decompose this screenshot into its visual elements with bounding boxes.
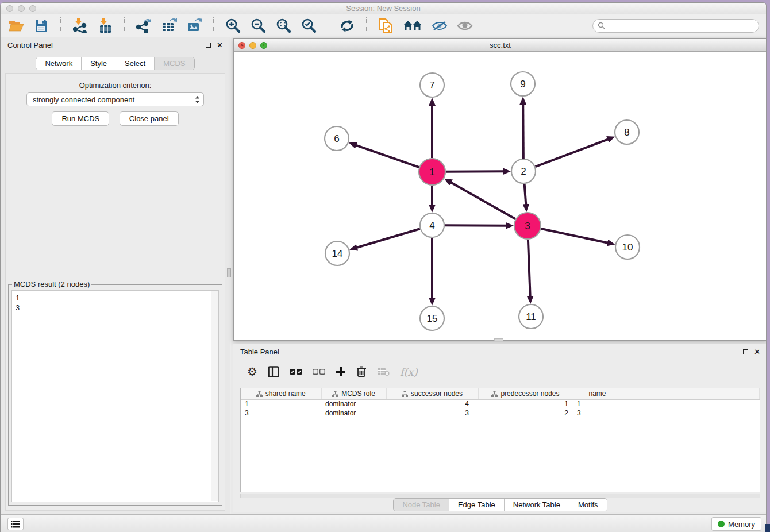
workspace: ✕ − + scc.txt 7968124314101511 bbox=[231, 37, 767, 514]
tab-motifs[interactable]: Motifs bbox=[569, 499, 607, 511]
hide-selected-icon[interactable] bbox=[431, 17, 448, 34]
mcds-panel: Optimization criterion: strongly connect… bbox=[5, 73, 225, 511]
network-graph: 7968124314101511 bbox=[234, 52, 767, 340]
zoom-out-icon[interactable] bbox=[249, 17, 267, 34]
export-network-icon[interactable] bbox=[135, 17, 152, 34]
network-canvas[interactable]: 7968124314101511 bbox=[234, 52, 767, 340]
graph-edge-4-14[interactable] bbox=[357, 229, 420, 248]
table-panel-title: Table Panel bbox=[240, 348, 279, 356]
import-network-icon[interactable] bbox=[71, 17, 88, 34]
graph-edge-2-3[interactable] bbox=[525, 184, 526, 205]
mcds-button-row: Run MCDS Close panel bbox=[6, 111, 225, 126]
network-window-titlebar[interactable]: ✕ − + scc.txt bbox=[234, 39, 767, 52]
search-icon bbox=[598, 22, 605, 29]
memory-button[interactable]: Memory bbox=[711, 517, 761, 531]
graph-node-label-4: 4 bbox=[429, 220, 434, 231]
graph-edge-1-2[interactable] bbox=[446, 171, 503, 172]
memory-label: Memory bbox=[728, 520, 755, 529]
hierarchy-icon bbox=[332, 391, 338, 397]
column-header-empty bbox=[622, 388, 760, 399]
network-window-title: scc.txt bbox=[234, 41, 767, 49]
close-table-panel-icon[interactable]: ✕ bbox=[754, 348, 760, 356]
list-icon bbox=[11, 521, 20, 528]
result-scrollbar[interactable] bbox=[211, 291, 218, 501]
split-panel-icon[interactable] bbox=[268, 366, 279, 377]
toolbar-separator bbox=[124, 17, 125, 34]
graph-edge-3-11[interactable] bbox=[528, 240, 530, 296]
toolbar-separator bbox=[60, 17, 61, 34]
deselect-all-icon[interactable] bbox=[313, 368, 325, 375]
optimization-criterion-label: Optimization criterion: bbox=[6, 81, 225, 90]
graph-edge-1-6[interactable] bbox=[356, 145, 419, 168]
column-header-mcds-role[interactable]: MCDS role bbox=[321, 388, 386, 399]
copy-network-icon[interactable] bbox=[377, 17, 394, 34]
control-panel-title: Control Panel bbox=[7, 41, 53, 49]
control-panel-header: Control Panel ✕ bbox=[1, 37, 230, 52]
node-table[interactable]: shared name MCDS role successor nodes pr… bbox=[240, 388, 760, 492]
mcds-result-text: 1 3 bbox=[16, 293, 20, 313]
delete-table-icon bbox=[377, 367, 390, 376]
tab-mcds[interactable]: MCDS bbox=[154, 57, 194, 70]
table-toolbar: ⚙ f(x) bbox=[240, 360, 760, 383]
column-header-predecessor-nodes[interactable]: predecessor nodes bbox=[478, 388, 573, 399]
task-history-button[interactable] bbox=[7, 518, 24, 530]
mcds-result-title: MCDS result (2 nodes) bbox=[12, 280, 91, 288]
control-panel-tabbar: Network Style Select MCDS bbox=[1, 57, 230, 70]
add-column-icon[interactable] bbox=[336, 367, 346, 377]
float-table-panel-icon[interactable] bbox=[743, 349, 748, 354]
table-scrollbar[interactable] bbox=[240, 494, 760, 498]
tab-network[interactable]: Network bbox=[36, 57, 81, 70]
window-resize-handle[interactable] bbox=[494, 338, 503, 341]
column-header-successor-nodes[interactable]: successor nodes bbox=[386, 388, 478, 399]
optimization-criterion-select[interactable]: strongly connected component bbox=[26, 92, 204, 106]
table-panel: Table Panel ✕ ⚙ bbox=[233, 344, 767, 512]
tab-network-table[interactable]: Network Table bbox=[504, 499, 569, 511]
function-builder-icon: f(x) bbox=[400, 366, 418, 378]
panel-divider-handle[interactable] bbox=[227, 268, 231, 277]
search-input[interactable] bbox=[608, 22, 754, 30]
tab-style[interactable]: Style bbox=[81, 57, 116, 70]
graph-edge-3-1[interactable] bbox=[451, 182, 515, 219]
graph-node-label-15: 15 bbox=[427, 313, 438, 324]
column-header-shared-name[interactable]: shared name bbox=[241, 388, 321, 399]
run-mcds-button[interactable]: Run MCDS bbox=[52, 111, 109, 126]
hierarchy-icon bbox=[402, 391, 408, 397]
graph-node-label-14: 14 bbox=[332, 248, 343, 259]
graph-edge-2-9[interactable] bbox=[523, 104, 523, 159]
zoom-in-icon[interactable] bbox=[224, 17, 241, 34]
table-row[interactable]: 3 dominator 3 2 3 bbox=[241, 408, 760, 418]
zoom-selected-icon[interactable] bbox=[300, 17, 317, 34]
tab-select[interactable]: Select bbox=[116, 57, 154, 70]
close-panel-button[interactable]: Close panel bbox=[120, 111, 179, 126]
graph-edge-4-3[interactable] bbox=[445, 225, 506, 226]
table-tabbar: Node Table Edge Table Network Table Moti… bbox=[233, 498, 767, 511]
float-panel-icon[interactable] bbox=[206, 43, 211, 48]
selected-criterion: strongly connected component bbox=[33, 95, 195, 104]
open-file-icon[interactable] bbox=[7, 17, 25, 34]
delete-column-icon[interactable] bbox=[356, 366, 367, 377]
graph-node-label-6: 6 bbox=[334, 133, 339, 144]
select-all-icon[interactable] bbox=[290, 368, 302, 375]
control-panel: Control Panel ✕ Network Style Select MCD… bbox=[1, 37, 230, 514]
gear-icon[interactable]: ⚙ bbox=[247, 365, 257, 379]
desktop-corner bbox=[765, 524, 770, 532]
save-session-icon[interactable] bbox=[33, 17, 50, 34]
column-header-name[interactable]: name bbox=[573, 388, 622, 399]
zoom-fit-icon[interactable] bbox=[275, 17, 292, 34]
graph-edge-3-10[interactable] bbox=[541, 229, 607, 243]
graph-node-label-1: 1 bbox=[429, 167, 434, 178]
first-neighbors-icon[interactable] bbox=[402, 17, 423, 34]
show-all-icon[interactable] bbox=[456, 17, 473, 34]
tab-node-table[interactable]: Node Table bbox=[394, 499, 449, 511]
refresh-icon[interactable] bbox=[338, 17, 356, 34]
tab-edge-table[interactable]: Edge Table bbox=[449, 499, 504, 511]
close-panel-icon[interactable]: ✕ bbox=[217, 41, 223, 49]
mcds-result-area[interactable]: 1 3 bbox=[11, 290, 219, 502]
export-table-icon[interactable] bbox=[160, 17, 178, 34]
graph-node-label-3: 3 bbox=[525, 221, 530, 232]
main-toolbar bbox=[1, 14, 766, 37]
table-row[interactable]: 1 dominator 4 1 1 bbox=[241, 399, 760, 408]
export-image-icon[interactable] bbox=[186, 17, 203, 34]
import-table-icon[interactable] bbox=[97, 17, 114, 34]
graph-edge-2-8[interactable] bbox=[536, 139, 609, 167]
